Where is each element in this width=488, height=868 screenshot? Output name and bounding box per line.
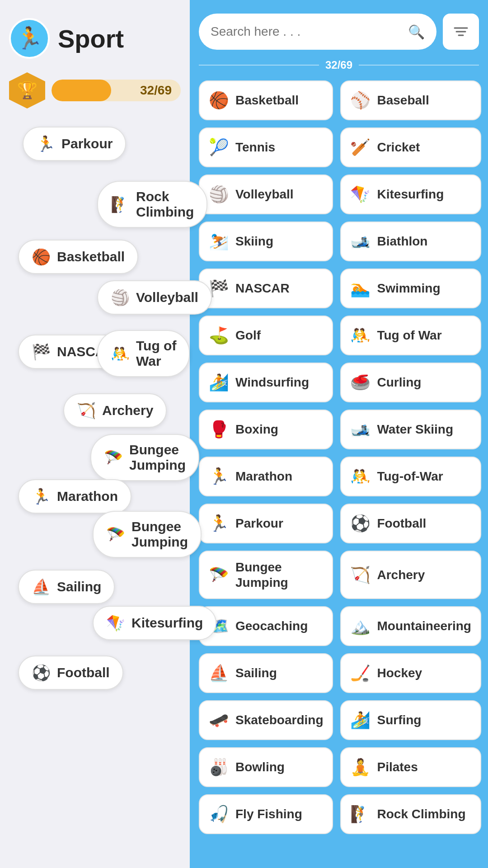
grid-label-hockey: Hockey xyxy=(377,665,422,681)
grid-label-skateboarding: Skateboarding xyxy=(235,712,323,728)
grid-item-bowling[interactable]: 🎳Bowling xyxy=(199,747,333,787)
grid-label-windsurfing: Windsurfing xyxy=(235,375,309,390)
grid-item-surfing[interactable]: 🏄Surfing xyxy=(340,700,481,740)
page-title: Sport xyxy=(58,24,124,53)
label-parkour: Parkour xyxy=(61,136,113,151)
right-panel[interactable]: 🔍 32/69 🏀Basketball⚾Baseball🎾Tennis🏏Cric… xyxy=(190,0,488,868)
grid-item-archery[interactable]: 🏹Archery xyxy=(340,551,481,599)
emoji-parkour: 🏃 xyxy=(36,135,55,153)
search-bar: 🔍 xyxy=(199,14,479,50)
progress-bar: 32/69 xyxy=(52,80,181,101)
label-football: Football xyxy=(57,665,110,680)
grid-emoji-kitesurfing: 🪁 xyxy=(350,185,371,204)
left-items-container: 🏃Parkour🧗RockClimbing🏀Basketball🏐Volleyb… xyxy=(9,127,181,805)
grid-label-archery: Archery xyxy=(377,567,425,583)
grid-item-boxing[interactable]: 🥊Boxing xyxy=(199,410,333,449)
grid-item-cricket[interactable]: 🏏Cricket xyxy=(340,127,481,167)
grid-emoji-football: ⚽ xyxy=(350,514,371,533)
left-item-archery[interactable]: 🏹Archery xyxy=(63,393,167,428)
grid-item-geocaching[interactable]: 🗺️Geocaching xyxy=(199,606,333,646)
left-item-kitesurfing[interactable]: 🪁Kitesurfing xyxy=(93,606,216,640)
grid-label-boxing: Boxing xyxy=(235,422,278,437)
progress-fill xyxy=(52,80,111,101)
grid-label-curling: Curling xyxy=(377,375,421,390)
label-basketball: Basketball xyxy=(57,249,125,264)
grid-item-bungee-jumping[interactable]: 🪂Bungee Jumping xyxy=(199,551,333,599)
left-item-bungee2[interactable]: 🪂BungeeJumping xyxy=(93,511,202,558)
grid-item-baseball[interactable]: ⚾Baseball xyxy=(340,80,481,120)
left-panel: 🏃 Sport 🏆 32/69 🏃Parkour🧗RockClimbing🏀Ba… xyxy=(0,0,190,868)
left-item-marathon[interactable]: 🏃Marathon xyxy=(18,479,131,514)
grid-item-basketball[interactable]: 🏀Basketball xyxy=(199,80,333,120)
grid-emoji-pilates: 🧘 xyxy=(350,758,371,777)
label-kitesurfing: Kitesurfing xyxy=(131,615,203,631)
grid-item-football[interactable]: ⚽Football xyxy=(340,504,481,543)
left-item-basketball[interactable]: 🏀Basketball xyxy=(18,240,138,274)
grid-item-volleyball[interactable]: 🏐Volleyball xyxy=(199,175,333,214)
grid-emoji-tennis: 🎾 xyxy=(209,138,229,157)
label-volleyball: Volleyball xyxy=(136,290,198,305)
grid-emoji-baseball: ⚾ xyxy=(350,91,371,110)
grid-item-hockey[interactable]: 🏒Hockey xyxy=(340,653,481,693)
filter-button[interactable] xyxy=(443,14,479,50)
grid-emoji-curling: 🥌 xyxy=(350,373,371,392)
grid-label-tug-of-war2: Tug-of-War xyxy=(377,469,443,484)
left-item-bungee1[interactable]: 🪂BungeeJumping xyxy=(90,434,199,481)
grid-item-skateboarding[interactable]: 🛹Skateboarding xyxy=(199,700,333,740)
grid-item-golf[interactable]: ⛳Golf xyxy=(199,316,333,355)
grid-item-sailing[interactable]: ⛵Sailing xyxy=(199,653,333,693)
grid-item-tug-of-war2[interactable]: 🤼Tug-of-War xyxy=(340,457,481,496)
label-bungee1: BungeeJumping xyxy=(129,442,186,473)
grid-label-nascar: NASCAR xyxy=(235,281,290,296)
grid-item-kitesurfing[interactable]: 🪁Kitesurfing xyxy=(340,175,481,214)
emoji-football: ⚽ xyxy=(32,664,51,682)
grid-item-windsurfing[interactable]: 🏄Windsurfing xyxy=(199,363,333,402)
grid-item-nascar[interactable]: 🏁NASCAR xyxy=(199,269,333,308)
grid-emoji-cricket: 🏏 xyxy=(350,138,371,157)
grid-item-fly-fishing[interactable]: 🎣Fly Fishing xyxy=(199,794,333,834)
grid-emoji-bowling: 🎳 xyxy=(209,758,229,777)
grid-label-bowling: Bowling xyxy=(235,760,285,775)
progress-container: 🏆 32/69 xyxy=(9,72,181,108)
grid-emoji-basketball: 🏀 xyxy=(209,91,229,110)
grid-emoji-archery: 🏹 xyxy=(350,566,371,585)
grid-item-mountaineering[interactable]: 🏔️Mountaineering xyxy=(340,606,481,646)
left-item-rock-climbing[interactable]: 🧗RockClimbing xyxy=(97,181,207,228)
grid-item-curling[interactable]: 🥌Curling xyxy=(340,363,481,402)
left-item-parkour[interactable]: 🏃Parkour xyxy=(23,127,126,161)
grid-emoji-windsurfing: 🏄 xyxy=(209,373,229,392)
grid-item-pilates[interactable]: 🧘Pilates xyxy=(340,747,481,787)
grid-emoji-marathon: 🏃 xyxy=(209,467,229,486)
grid-label-swimming: Swimming xyxy=(377,281,440,296)
grid-label-skiing: Skiing xyxy=(235,234,273,249)
grid-item-tennis[interactable]: 🎾Tennis xyxy=(199,127,333,167)
grid-item-biathlon[interactable]: 🎿Biathlon xyxy=(340,222,481,261)
grid-label-mountaineering: Mountaineering xyxy=(377,618,471,634)
trophy-badge: 🏆 xyxy=(9,72,45,108)
grid-item-tug-of-war[interactable]: 🤼Tug of War xyxy=(340,316,481,355)
grid-emoji-skateboarding: 🛹 xyxy=(209,711,229,730)
grid-item-rock-climbing[interactable]: 🧗Rock Climbing xyxy=(340,794,481,834)
grid-item-marathon[interactable]: 🏃Marathon xyxy=(199,457,333,496)
grid-item-water-skiing[interactable]: 🎿Water Skiing xyxy=(340,410,481,449)
left-item-volleyball[interactable]: 🏐Volleyball xyxy=(97,280,212,315)
grid-label-water-skiing: Water Skiing xyxy=(377,422,453,437)
grid-item-skiing[interactable]: ⛷️Skiing xyxy=(199,222,333,261)
left-item-football[interactable]: ⚽Football xyxy=(18,656,123,690)
grid-emoji-skiing: ⛷️ xyxy=(209,232,229,251)
grid-item-parkour[interactable]: 🏃Parkour xyxy=(199,504,333,543)
grid-emoji-tug-of-war: 🤼 xyxy=(350,326,371,345)
label-rock-climbing: RockClimbing xyxy=(136,189,194,220)
left-item-sailing[interactable]: ⛵Sailing xyxy=(18,570,115,604)
grid-label-baseball: Baseball xyxy=(377,93,429,108)
grid-item-swimming[interactable]: 🏊Swimming xyxy=(340,269,481,308)
search-input[interactable] xyxy=(211,24,402,39)
grid-emoji-golf: ⛳ xyxy=(209,326,229,345)
grid-label-tennis: Tennis xyxy=(235,140,275,155)
emoji-volleyball: 🏐 xyxy=(111,288,130,307)
left-item-tug-of-war[interactable]: 🤼Tug ofWar xyxy=(97,330,190,377)
grid-label-basketball: Basketball xyxy=(235,93,299,108)
sports-grid: 🏀Basketball⚾Baseball🎾Tennis🏏Cricket🏐Voll… xyxy=(199,80,479,834)
grid-label-tug-of-war: Tug of War xyxy=(377,328,441,343)
grid-emoji-boxing: 🥊 xyxy=(209,420,229,439)
